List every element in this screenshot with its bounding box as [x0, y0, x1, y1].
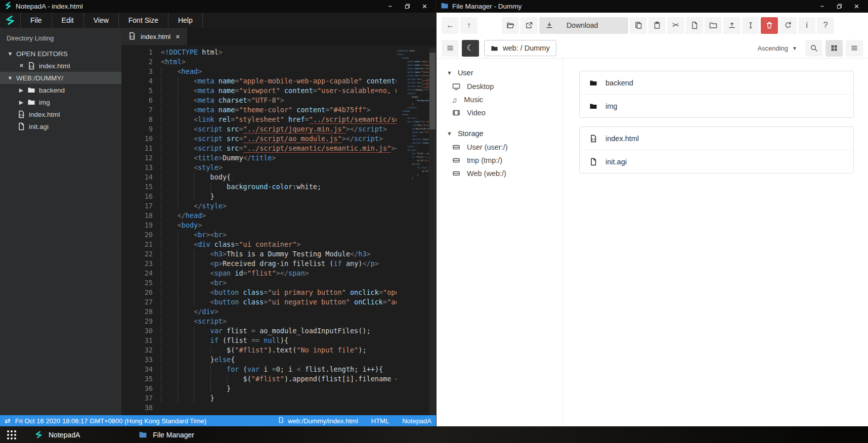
html-file-icon	[128, 32, 136, 41]
sidebar-item-web-web[interactable]: Web (web:/)	[437, 167, 562, 180]
chevron-down-icon[interactable]: ▼	[6, 75, 14, 81]
tree-item-label: index.html	[29, 111, 60, 118]
tab-index-html[interactable]: index.html	[121, 28, 187, 45]
line-number: 28	[121, 307, 153, 317]
line-number: 29	[121, 317, 153, 326]
file-row-img[interactable]: img	[580, 94, 853, 117]
sidebar-item-user-user[interactable]: User (user:/)	[437, 141, 562, 154]
dark-mode-toggle[interactable]: ☾	[462, 40, 479, 57]
download-button[interactable]: Download	[539, 17, 628, 34]
scrollbar-thumb[interactable]	[429, 53, 436, 129]
chevron-down-icon[interactable]: ▼	[6, 51, 14, 57]
statusbar-language[interactable]: HTML	[371, 417, 389, 425]
close-file-icon[interactable]	[17, 63, 25, 69]
editor-scrollbar[interactable]	[429, 48, 436, 415]
section-label: User	[458, 69, 473, 77]
code-line: <script src="../script/semantic/semantic…	[161, 144, 397, 153]
taskbar-item-notepada[interactable]: NotepadA	[34, 430, 80, 439]
open-button[interactable]	[502, 17, 519, 34]
close-icon[interactable]	[417, 1, 432, 12]
line-number: 13	[121, 163, 153, 172]
cut-button[interactable]: ✂	[667, 17, 684, 34]
breadcrumb[interactable]: web: / Dummy	[484, 40, 556, 56]
file-row-init-agi[interactable]: init.agi	[580, 150, 853, 173]
minimap[interactable]: <!DOCTYPE html><html> <head> <meta name=…	[397, 48, 429, 415]
tree-item-open-editors[interactable]: ▼OPEN EDITORS	[0, 48, 121, 60]
code-line: <meta name="apple-mobile-web-app-capable…	[161, 76, 397, 86]
new-folder-button[interactable]	[705, 17, 722, 34]
line-number: 23	[121, 259, 153, 269]
tree-item-web-dummy-[interactable]: ▼WEB:/DUMMY/	[0, 72, 121, 84]
sidebar-section-user: ▼UserDesktop♫MusicVideo	[437, 66, 562, 119]
menu-item-help[interactable]: Help	[168, 13, 203, 28]
taskbar-item-file-manager[interactable]: File Manager	[139, 430, 194, 439]
code-line: </div>	[161, 307, 397, 317]
close-icon[interactable]	[849, 1, 864, 12]
search-button[interactable]	[805, 40, 822, 57]
info-button[interactable]: i	[798, 17, 815, 34]
tree-item-init-agi[interactable]: init.agi	[0, 120, 121, 132]
menu-item-file[interactable]: File	[20, 13, 52, 28]
minimap-line: background-color:white;	[397, 99, 429, 102]
line-number: 11	[121, 144, 153, 153]
sort-dropdown[interactable]: Ascending ▼	[757, 45, 802, 52]
back-button[interactable]: ←	[442, 17, 459, 34]
code-lines[interactable]: <!DOCTYPE html><html> <head> <meta name=…	[161, 48, 397, 415]
file-code-icon	[27, 62, 35, 70]
arrow-left-icon: ←	[446, 21, 454, 29]
minimize-icon[interactable]	[814, 1, 830, 12]
code-line: <div class="ui container">	[161, 240, 397, 249]
grid-view-button[interactable]	[826, 40, 843, 57]
line-number: 35	[121, 374, 153, 384]
rename-button[interactable]	[742, 17, 759, 34]
restore-icon[interactable]	[832, 1, 847, 12]
minimap-line: if (flist == null){	[397, 155, 429, 159]
menu-item-edit[interactable]: Edit	[52, 13, 83, 28]
chevron-right-icon[interactable]: ▶	[17, 99, 25, 106]
sidebar-section-header-user[interactable]: ▼User	[437, 66, 562, 80]
delete-button[interactable]	[761, 17, 778, 34]
line-number: 31	[121, 336, 153, 345]
file-row-backend[interactable]: backend	[580, 71, 853, 94]
code-editor[interactable]: 1234567891011121314151617181920212223242…	[121, 45, 436, 415]
statusbar-filepath[interactable]: web:/Dummy/index.html	[288, 417, 358, 425]
upload-button[interactable]	[723, 17, 741, 34]
tree-item-img[interactable]: ▶img	[0, 96, 121, 108]
minimap-line: <script src="../script/semantic/semantic…	[397, 84, 429, 88]
minimize-icon[interactable]	[382, 1, 398, 12]
minimap-line: <br>	[397, 134, 429, 138]
app-launcher-button[interactable]	[0, 430, 23, 439]
menu-item-view[interactable]: View	[83, 13, 118, 28]
tree-item-label: init.agi	[29, 123, 49, 130]
copy-button[interactable]	[630, 17, 647, 34]
restore-icon[interactable]	[400, 1, 415, 12]
tree-item-index-html[interactable]: index.html	[0, 108, 121, 120]
help-button[interactable]: ?	[817, 17, 834, 34]
chevron-down-icon: ▼	[447, 130, 452, 137]
list-view-button[interactable]	[846, 40, 863, 57]
file-name: init.agi	[605, 158, 627, 166]
up-button[interactable]: ↑	[460, 17, 478, 34]
sidebar-item-desktop[interactable]: Desktop	[437, 80, 562, 93]
paste-button[interactable]	[648, 17, 666, 34]
refresh-button[interactable]	[779, 17, 797, 34]
open-in-new-window-button[interactable]	[520, 17, 538, 34]
minimap-line: }else{	[397, 162, 429, 166]
new-file-button[interactable]	[686, 17, 703, 34]
sidebar-section-header-storage[interactable]: ▼Storage	[437, 126, 562, 141]
menu-button[interactable]	[442, 40, 459, 57]
breadcrumb-path: web: / Dummy	[503, 44, 550, 52]
minimap-line: <html>	[397, 53, 429, 56]
chevron-right-icon[interactable]: ▶	[17, 87, 25, 94]
launcher-grid-icon	[7, 430, 16, 439]
sidebar-item-video[interactable]: Video	[437, 106, 562, 119]
sidebar-item-label: tmp (tmp:/)	[467, 156, 502, 164]
sidebar-item-tmp-tmp[interactable]: tmp (tmp:/)	[437, 154, 562, 167]
sidebar-item-music[interactable]: ♫Music	[437, 93, 562, 106]
tree-item-index-html[interactable]: index.html	[0, 60, 121, 72]
tree-item-backend[interactable]: ▶backend	[0, 84, 121, 96]
editor-tabbar: index.html	[121, 28, 436, 45]
file-row-index-html[interactable]: index.html	[580, 127, 853, 150]
tab-close-icon[interactable]	[175, 34, 181, 39]
menu-item-font-size[interactable]: Font Size	[118, 13, 168, 28]
